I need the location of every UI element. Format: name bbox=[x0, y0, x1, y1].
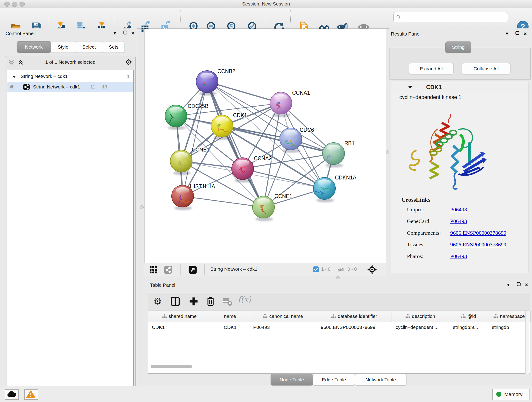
create-column-icon[interactable] bbox=[188, 296, 199, 307]
table-horizontal-scrollbar[interactable] bbox=[151, 365, 192, 368]
node-gloss bbox=[200, 73, 214, 79]
node-label-CCNA1: CCNA1 bbox=[292, 90, 310, 96]
node-gloss bbox=[327, 145, 341, 151]
crosslink-link[interactable]: 9606.ENSP00000378699 bbox=[450, 242, 506, 248]
toolbar-separator bbox=[335, 265, 335, 274]
warning-status-button[interactable] bbox=[24, 389, 38, 400]
toolbar-separator bbox=[266, 10, 266, 26]
hidden-eye-slash-icon[interactable] bbox=[337, 266, 344, 273]
birds-eye-view-icon[interactable] bbox=[367, 264, 377, 274]
float-panel-icon[interactable] bbox=[514, 31, 520, 37]
node-label-CDC25B: CDC25B bbox=[188, 103, 209, 109]
column-header--id[interactable]: @id bbox=[449, 311, 488, 322]
table-options-gear-icon[interactable]: ⚙ bbox=[153, 296, 164, 307]
node-label-HIST1H1A: HIST1H1A bbox=[190, 183, 215, 189]
column-header-description[interactable]: description bbox=[392, 311, 449, 322]
title-bar: Session: New Session bbox=[0, 0, 532, 8]
node-label-CCNB1: CCNB1 bbox=[192, 147, 210, 153]
table-cell[interactable]: stringdb bbox=[488, 325, 531, 330]
delete-table-icon[interactable] bbox=[222, 296, 233, 307]
network-graph[interactable]: CCNB2CCNA1CDC25BCDK1CDC6RB1CCNB1CCNA2CDK… bbox=[145, 29, 386, 263]
table-cell[interactable]: 9606.ENSP00000378699 bbox=[317, 325, 392, 330]
tab-style[interactable]: Style bbox=[51, 41, 75, 53]
gene-header-row[interactable]: CDK1 bbox=[391, 82, 529, 92]
cloud-status-button[interactable] bbox=[5, 389, 19, 400]
table-cell[interactable]: CDK1 bbox=[148, 325, 211, 330]
tab-string[interactable]: String bbox=[445, 41, 471, 53]
network-collection-row[interactable]: String Network – cdk1 1 bbox=[7, 71, 133, 82]
selected-checkbox-icon[interactable] bbox=[313, 266, 319, 273]
crosslink-link[interactable]: P06493 bbox=[450, 253, 467, 259]
function-builder-button[interactable]: f(x) bbox=[238, 295, 255, 305]
crosslink-label: GeneCard: bbox=[407, 218, 431, 224]
selected-node-edge-counts: 1 - 0 bbox=[321, 267, 330, 272]
node-gloss bbox=[274, 94, 288, 101]
table-cell[interactable]: stringdb:9... bbox=[449, 325, 488, 330]
collection-expander-icon[interactable] bbox=[12, 74, 17, 80]
memory-button[interactable]: Memory bbox=[492, 389, 530, 400]
node-label-CDK1: CDK1 bbox=[233, 112, 247, 118]
float-panel-icon[interactable] bbox=[122, 30, 128, 36]
table-cell[interactable]: P06493 bbox=[249, 325, 317, 330]
column-label: description bbox=[412, 313, 435, 319]
detach-view-icon[interactable] bbox=[188, 265, 197, 274]
tab-select[interactable]: Select bbox=[75, 41, 103, 53]
table-vertical-scrollbar[interactable] bbox=[525, 311, 530, 374]
tab-network-table[interactable]: Network Table bbox=[355, 374, 406, 385]
column-header-name[interactable]: name bbox=[211, 311, 249, 322]
network-options-gear-icon[interactable]: ⚙ bbox=[125, 57, 132, 67]
gene-expander-icon[interactable] bbox=[408, 85, 413, 90]
column-header-database-identifier[interactable]: database identifier bbox=[317, 311, 392, 322]
collapse-all-button[interactable]: Collapse All bbox=[462, 63, 510, 74]
crosslink-label: Uniprot: bbox=[407, 206, 425, 213]
toolbar-separator bbox=[204, 264, 205, 274]
table-cell[interactable]: cyclin–dependent ... bbox=[392, 325, 449, 330]
node-gloss bbox=[317, 179, 331, 186]
edge-CCNB2-CCNE1 bbox=[207, 82, 264, 207]
left-splitter-handle[interactable] bbox=[140, 205, 144, 209]
close-panel-icon[interactable]: ✕ bbox=[524, 282, 530, 288]
node-label-CCNE1: CCNE1 bbox=[274, 193, 292, 199]
search-box bbox=[393, 12, 508, 22]
column-type-icon bbox=[162, 313, 167, 319]
network-row-selected[interactable]: String Network – cdk1 11 48 bbox=[7, 82, 133, 92]
search-input[interactable] bbox=[404, 13, 505, 21]
close-panel-icon[interactable]: ✕ bbox=[522, 31, 528, 37]
network-view-canvas[interactable]: CCNB2CCNA1CDC25BCDK1CDC6RB1CCNB1CCNA2CDK… bbox=[144, 29, 386, 263]
crosslink-row: Compartments:9606.ENSP00000378699 bbox=[401, 227, 525, 238]
table-cell[interactable]: CDK1 bbox=[211, 325, 249, 330]
tab-network[interactable]: Network bbox=[17, 41, 51, 53]
crosslink-link[interactable]: P06493 bbox=[450, 206, 467, 213]
memory-label: Memory bbox=[504, 391, 522, 397]
collapse-panel-icon[interactable]: ▼ bbox=[112, 31, 118, 37]
control-panel: Control Panel ▼ ✕ NetworkStyleSelectSets… bbox=[0, 28, 137, 386]
delete-column-icon[interactable] bbox=[205, 296, 216, 307]
column-header-namespace[interactable]: namespace bbox=[488, 311, 531, 322]
column-type-icon bbox=[494, 313, 498, 319]
node-count: 11 bbox=[90, 84, 95, 89]
tab-node-table[interactable]: Node Table bbox=[271, 374, 313, 385]
node-gloss bbox=[174, 152, 188, 159]
table-panel-title: Table Panel bbox=[150, 282, 175, 288]
show-columns-icon[interactable] bbox=[170, 296, 181, 307]
node-gloss bbox=[169, 107, 183, 114]
table-row[interactable]: CDK1CDK1P064939606.ENSP00000378699cyclin… bbox=[148, 322, 530, 332]
expand-all-button[interactable]: Expand All bbox=[409, 63, 454, 74]
column-label: shared name bbox=[169, 313, 197, 319]
crosslink-link[interactable]: P06493 bbox=[450, 218, 467, 224]
gene-description: cyclin–dependent kinase 1 bbox=[399, 94, 462, 100]
grid-view-icon[interactable] bbox=[149, 265, 158, 274]
node-label-RB1: RB1 bbox=[344, 140, 355, 146]
column-label: namespace bbox=[500, 313, 525, 319]
tab-sets[interactable]: Sets bbox=[103, 41, 124, 53]
column-header-canonical-name[interactable]: canonical name bbox=[249, 311, 317, 322]
network-thumbnail-icon[interactable] bbox=[164, 265, 172, 274]
collapse-panel-icon[interactable]: ▼ bbox=[504, 31, 510, 37]
tab-edge-table[interactable]: Edge Table bbox=[313, 374, 355, 385]
collapse-panel-icon[interactable]: ▼ bbox=[505, 282, 511, 288]
search-icon bbox=[396, 14, 401, 20]
crosslink-link[interactable]: 9606.ENSP00000378699 bbox=[450, 230, 506, 236]
float-panel-icon[interactable] bbox=[516, 282, 522, 288]
close-panel-icon[interactable]: ✕ bbox=[130, 31, 136, 37]
column-header-shared-name[interactable]: shared name bbox=[148, 311, 211, 322]
